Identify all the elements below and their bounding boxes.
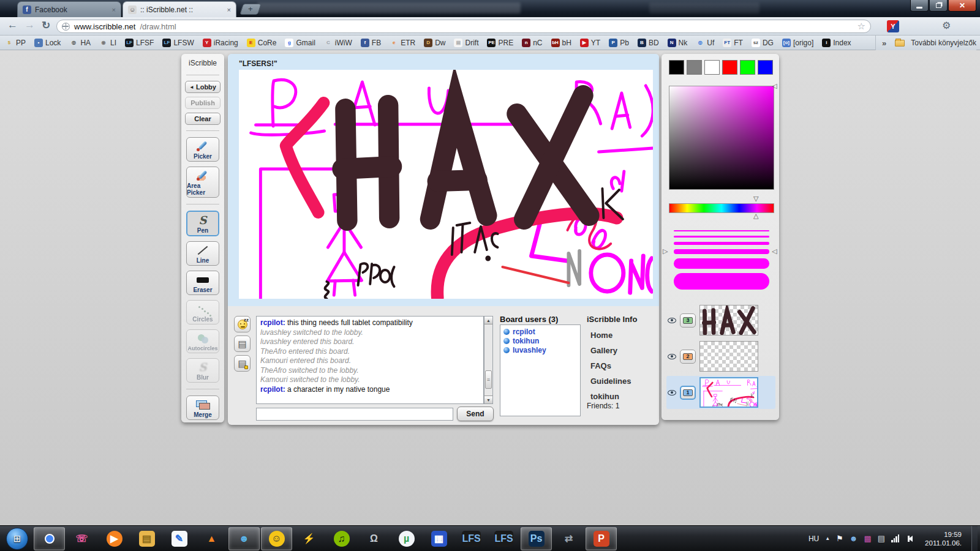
more-bookmarks-label[interactable]: További könyvjelzők	[911, 39, 976, 47]
bookmark-item[interactable]: LF LFSF	[125, 39, 154, 47]
bookmark-item[interactable]: D Dw	[424, 39, 445, 47]
bookmark-item[interactable]: bH bH	[551, 39, 571, 47]
close-tab-icon[interactable]: ×	[227, 6, 231, 13]
bookmark-item[interactable]: E CoRe	[247, 39, 277, 47]
brush-size-option[interactable]	[674, 242, 769, 245]
hue-marker-bottom-icon[interactable]: △	[753, 212, 758, 220]
page-icon[interactable]	[62, 23, 70, 31]
scroll-up-icon[interactable]: ▲	[484, 317, 492, 324]
taskbar-app[interactable]: P	[586, 527, 617, 550]
bookmark-item[interactable]: sz DG	[752, 39, 774, 47]
taskbar-app[interactable]: ⚡	[293, 527, 325, 550]
scroll-down-icon[interactable]: ▼	[484, 395, 492, 403]
layer-1-button[interactable]: 1	[680, 386, 696, 400]
bookmark-item[interactable]: g Gmail	[285, 39, 315, 47]
forward-icon[interactable]: →	[24, 19, 35, 31]
area-picker-tool[interactable]: Area Picker	[186, 167, 219, 198]
extension-icon[interactable]: Y	[887, 20, 899, 32]
brush-size-option[interactable]	[674, 236, 769, 238]
tray-expand-icon[interactable]: ▲	[825, 536, 830, 541]
bookmark-star-icon[interactable]: ☆	[858, 21, 865, 32]
chat-lock-button[interactable]: ▤	[234, 355, 251, 372]
clear-button[interactable]: Clear	[185, 113, 221, 125]
taskbar-app[interactable]: Ps	[521, 527, 552, 550]
merge-button[interactable]: Merge	[186, 395, 219, 420]
minimize-button[interactable]	[910, 0, 929, 12]
tab-facebook[interactable]: f Facebook ×	[17, 1, 121, 17]
bookmark-item[interactable]: i Index	[822, 39, 851, 47]
taskbar-app[interactable]: ▲	[196, 527, 227, 550]
color-swatch[interactable]	[722, 60, 737, 75]
taskbar-app[interactable]: ✎	[164, 527, 195, 550]
taskbar-app[interactable]	[34, 527, 65, 550]
chat-log-button[interactable]: ▤	[234, 335, 251, 352]
board-users-list[interactable]: rcpilot tokihun luvashley	[500, 324, 581, 416]
board-user[interactable]: tokihun	[503, 337, 577, 345]
network-signal-icon[interactable]	[891, 534, 899, 542]
drawing-canvas[interactable]	[239, 70, 653, 299]
info-link[interactable]: Home	[590, 331, 631, 340]
layer-row-1[interactable]: 1	[666, 376, 775, 409]
pen-tool[interactable]: S Pen	[186, 211, 219, 236]
bookmark-item[interactable]: Y iRacing	[203, 39, 238, 47]
show-desktop-button[interactable]	[971, 526, 978, 551]
lobby-button[interactable]: ◄ Lobby	[185, 81, 221, 93]
board-user[interactable]: luvashley	[503, 346, 577, 354]
address-bar[interactable]: www.iscribble.net /draw.html ☆	[56, 20, 871, 33]
color-swatch[interactable]	[669, 60, 684, 75]
taskbar-app[interactable]: ▶	[99, 527, 130, 550]
bookmark-item[interactable]: PE PRE	[487, 39, 513, 47]
scrollbar-thumb[interactable]	[485, 370, 492, 389]
taskbar-app[interactable]: µ	[391, 527, 422, 550]
taskbar-app[interactable]: ☻	[228, 527, 260, 550]
bookmark-item[interactable]: B BD	[638, 39, 659, 47]
bookmark-item[interactable]: P Pb	[609, 39, 629, 47]
info-link[interactable]: tokihun	[590, 392, 631, 401]
clock[interactable]: 19:59 2011.01.06.	[925, 530, 962, 547]
bookmark-item[interactable]: ▶ YT	[580, 39, 600, 47]
eye-icon[interactable]	[668, 390, 676, 395]
bookmark-item[interactable]: ▤ Drift	[454, 39, 478, 47]
layer-row-3[interactable]: 3	[666, 304, 775, 337]
away-smiley-button[interactable]: zz	[234, 316, 251, 332]
taskbar-app[interactable]: ▦	[423, 527, 454, 550]
color-swatch[interactable]	[758, 60, 773, 75]
bookmark-item[interactable]: ◉ LI	[99, 39, 116, 47]
miranda-tray-icon[interactable]: ▩	[864, 534, 872, 543]
bookmark-item[interactable]: f FB	[361, 39, 381, 47]
brush-size-option[interactable]	[674, 249, 769, 254]
restore-button[interactable]	[929, 0, 948, 12]
bookmarks-overflow-icon[interactable]: »	[882, 39, 886, 48]
sv-marker-icon[interactable]: ◁	[772, 82, 777, 90]
bookmark-item[interactable]: ◎ HA	[69, 39, 91, 47]
saturation-value-picker[interactable]	[669, 86, 774, 190]
close-button[interactable]: ✕	[948, 0, 976, 12]
hue-marker-top-icon[interactable]: ▽	[753, 195, 758, 203]
taskbar-app[interactable]: LFS	[488, 527, 519, 550]
send-button[interactable]: Send	[457, 407, 494, 421]
bookmark-item[interactable]: e ETR	[390, 39, 415, 47]
chat-input[interactable]	[256, 408, 453, 421]
color-swatch[interactable]	[687, 60, 702, 75]
color-swatch[interactable]	[740, 60, 755, 75]
layer-1-thumbnail[interactable]	[699, 377, 758, 408]
taskbar-app[interactable]: LFS	[456, 527, 487, 550]
layer-3-thumbnail[interactable]	[699, 305, 758, 335]
tab-iscribble[interactable]: ☺ :: iScribble.net :: ×	[123, 1, 236, 17]
taskbar-app[interactable]: ⇄	[553, 527, 584, 550]
chat-scrollbar[interactable]: ▲ ▼	[484, 316, 493, 404]
taskbar-app[interactable]: ☺	[261, 527, 292, 550]
layer-2-thumbnail[interactable]	[699, 341, 758, 372]
color-swatch[interactable]	[704, 60, 720, 75]
volume-icon[interactable]	[905, 536, 913, 542]
taskbar-app[interactable]: ☏	[66, 527, 97, 550]
layer-2-button[interactable]: 2	[680, 350, 696, 364]
new-tab-button[interactable]: +	[239, 4, 262, 15]
bookmark-item[interactable]: C iWiW	[324, 39, 352, 47]
brush-size-option[interactable]	[674, 230, 769, 231]
back-icon[interactable]: ←	[7, 19, 18, 31]
safely-remove-icon[interactable]: ▤	[878, 534, 885, 543]
layer-row-2[interactable]: 2	[666, 340, 775, 373]
bookmark-item[interactable]: LF LFSW	[162, 39, 194, 47]
taskbar-app[interactable]: Ω	[358, 527, 390, 550]
